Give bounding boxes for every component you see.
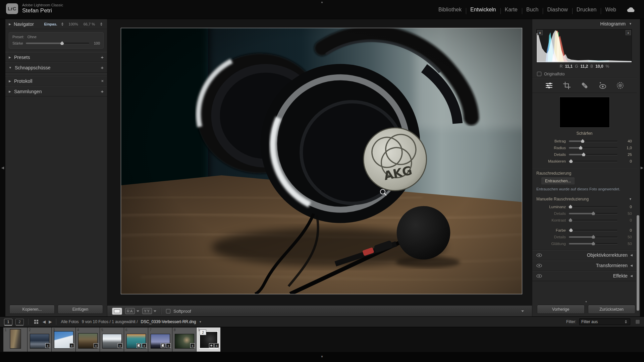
slider-thumb[interactable] bbox=[569, 159, 573, 163]
monitor-2-button[interactable]: 2 bbox=[15, 319, 24, 325]
slider-thumb[interactable] bbox=[569, 205, 572, 208]
slider-thumb[interactable] bbox=[579, 146, 583, 149]
filmstrip-cell-3[interactable]: 3± bbox=[52, 327, 75, 352]
adjustment-badge-icon[interactable]: ± bbox=[142, 343, 147, 348]
panel-transformieren[interactable]: Transformieren◀ bbox=[532, 260, 637, 271]
navigator-header[interactable]: ▶ Navigator Einpas. 100% 66,7 % bbox=[5, 19, 107, 29]
right-panel-scrollbar[interactable] bbox=[637, 215, 639, 311]
stack-count-badge[interactable]: 2 bbox=[200, 329, 206, 335]
bottom-collapse-arrow-icon[interactable]: ▼ bbox=[321, 355, 324, 358]
photo-frame[interactable]: AKG bbox=[121, 28, 522, 294]
adjustment-badge-icon[interactable]: ± bbox=[166, 343, 171, 348]
filmstrip-cell-5[interactable]: 5± bbox=[100, 327, 124, 352]
red-eye-tool-icon[interactable] bbox=[598, 81, 607, 90]
adjustment-badge-icon[interactable]: ± bbox=[69, 343, 74, 348]
filter-toggle[interactable] bbox=[635, 319, 640, 324]
module-buch[interactable]: Buch bbox=[522, 7, 543, 13]
filmstrip-cell-7[interactable]: 7± bbox=[148, 327, 172, 352]
shadow-clipping-indicator[interactable]: ▲ bbox=[537, 30, 543, 35]
grid-view-icon[interactable] bbox=[34, 320, 38, 324]
slider-thumb[interactable] bbox=[569, 228, 573, 232]
before-after-split-button[interactable]: YY bbox=[142, 308, 156, 314]
module-drucken[interactable]: Drucken bbox=[572, 7, 601, 13]
panel-toggle-eye-icon[interactable] bbox=[536, 253, 542, 257]
basic-adjustments-icon[interactable] bbox=[545, 81, 553, 90]
module-entwickeln[interactable]: Entwickeln bbox=[466, 7, 500, 13]
slider-track[interactable] bbox=[569, 161, 618, 162]
crop-tool-icon[interactable] bbox=[562, 81, 571, 90]
module-web[interactable]: Web bbox=[601, 7, 621, 13]
detail-preview[interactable] bbox=[559, 97, 610, 128]
left-panel-collapse-strip[interactable]: ◀ bbox=[0, 19, 5, 316]
left-section-schnappschüsse[interactable]: ▼Schnappschüsse+ bbox=[5, 62, 107, 73]
current-filename[interactable]: DSC_0339-Verbessert-RR.dng bbox=[141, 319, 196, 324]
panel-objektivkorrekturen[interactable]: Objektivkorrekturen◀ bbox=[532, 250, 637, 260]
top-collapse-arrow-icon[interactable]: ▲ bbox=[321, 0, 324, 4]
filmstrip-cell-8[interactable]: 8± bbox=[172, 327, 196, 352]
adjustment-badge-icon[interactable]: ± bbox=[94, 343, 98, 348]
histogram[interactable]: ▲ ▲ bbox=[536, 29, 632, 63]
module-karte[interactable]: Karte bbox=[500, 7, 522, 13]
manual-noise-header[interactable]: Manuelle Rauschreduzierung ▼ bbox=[532, 195, 637, 203]
filmstrip-cell-2[interactable]: 2± bbox=[28, 327, 51, 352]
left-section-sammlungen[interactable]: ▶Sammlungen+ bbox=[5, 86, 107, 97]
adjustment-badge-icon[interactable]: ± bbox=[45, 343, 50, 348]
original-photo-checkbox[interactable] bbox=[537, 72, 541, 76]
filter-dropdown[interactable]: Filter aus bbox=[579, 318, 630, 325]
zoom-fit-option[interactable]: Einpas. bbox=[44, 22, 57, 26]
filmstrip-cell-4[interactable]: 4± bbox=[76, 327, 100, 352]
clear-history-icon[interactable]: × bbox=[101, 78, 104, 83]
left-section-presets[interactable]: ▶Presets+ bbox=[5, 52, 107, 62]
masking-tool-icon[interactable] bbox=[616, 81, 625, 90]
add-icon[interactable]: + bbox=[101, 88, 104, 94]
add-icon[interactable]: + bbox=[101, 65, 104, 70]
right-panel-collapse-strip[interactable]: ▶ bbox=[640, 19, 644, 316]
photo-thumbnail[interactable] bbox=[10, 329, 21, 349]
next-photo-icon[interactable]: ▶ bbox=[49, 319, 52, 324]
histogram-header[interactable]: Histogramm ▼ bbox=[532, 19, 637, 28]
filmstrip-cell-9[interactable]: 92± bbox=[197, 327, 220, 352]
previous-button[interactable]: Vorherige bbox=[537, 305, 585, 314]
monitor-1-button[interactable]: 1 bbox=[4, 319, 12, 325]
slider-track[interactable] bbox=[569, 140, 618, 142]
panel-toggle-eye-icon[interactable] bbox=[536, 264, 542, 267]
module-bibliothek[interactable]: Bibliothek bbox=[434, 7, 466, 13]
panel-toggle-eye-icon[interactable] bbox=[536, 274, 542, 278]
filmstrip-cell-1[interactable]: 1 bbox=[3, 327, 27, 352]
softproof-checkbox[interactable] bbox=[166, 309, 170, 313]
module-diashow[interactable]: Diashow bbox=[543, 7, 572, 13]
previous-photo-icon[interactable]: ◀ bbox=[43, 319, 46, 324]
updown-icon[interactable] bbox=[100, 22, 102, 26]
panel-end-caret-icon[interactable]: ▼ bbox=[532, 300, 640, 304]
flag-badge-icon[interactable] bbox=[137, 343, 141, 348]
healing-tool-icon[interactable] bbox=[580, 81, 589, 90]
adjustment-badge-icon[interactable]: ± bbox=[214, 343, 219, 348]
add-icon[interactable]: + bbox=[101, 54, 104, 60]
paste-button[interactable]: Einfügen bbox=[58, 305, 103, 314]
loupe-view-button[interactable] bbox=[112, 308, 122, 315]
slider-track[interactable] bbox=[569, 147, 618, 148]
before-after-lr-button[interactable]: RA bbox=[125, 308, 139, 314]
updown-icon[interactable] bbox=[61, 22, 63, 26]
strength-slider[interactable] bbox=[26, 43, 89, 44]
slider-thumb[interactable] bbox=[582, 153, 586, 156]
slider-track[interactable] bbox=[569, 206, 618, 207]
slider-track[interactable] bbox=[569, 230, 618, 231]
adjustment-badge-icon[interactable]: ± bbox=[190, 343, 195, 348]
filmstrip-cell-6[interactable]: 6± bbox=[124, 327, 148, 352]
denoise-button[interactable]: Entrauschen... bbox=[541, 177, 575, 185]
zoom-ratio-option[interactable]: 66,7 % bbox=[84, 22, 95, 26]
highlight-clipping-indicator[interactable]: ▲ bbox=[626, 30, 631, 35]
reset-button[interactable]: Zurücksetzen bbox=[588, 305, 636, 314]
toolbar-options-caret-icon[interactable] bbox=[521, 310, 524, 312]
adjustment-badge-icon[interactable]: ± bbox=[118, 343, 122, 348]
slider-thumb[interactable] bbox=[581, 139, 585, 143]
cloud-sync-icon[interactable] bbox=[627, 7, 635, 13]
source-label[interactable]: Alle Fotos bbox=[61, 319, 78, 324]
copy-button[interactable]: Kopieren... bbox=[9, 305, 55, 314]
zoom-100-option[interactable]: 100% bbox=[69, 22, 78, 26]
flag-badge-icon[interactable] bbox=[161, 343, 165, 348]
enhance-badge-icon[interactable] bbox=[209, 343, 214, 348]
filename-caret-icon[interactable]: ▼ bbox=[199, 320, 202, 323]
left-section-protokoll[interactable]: ▶Protokoll× bbox=[5, 76, 107, 86]
